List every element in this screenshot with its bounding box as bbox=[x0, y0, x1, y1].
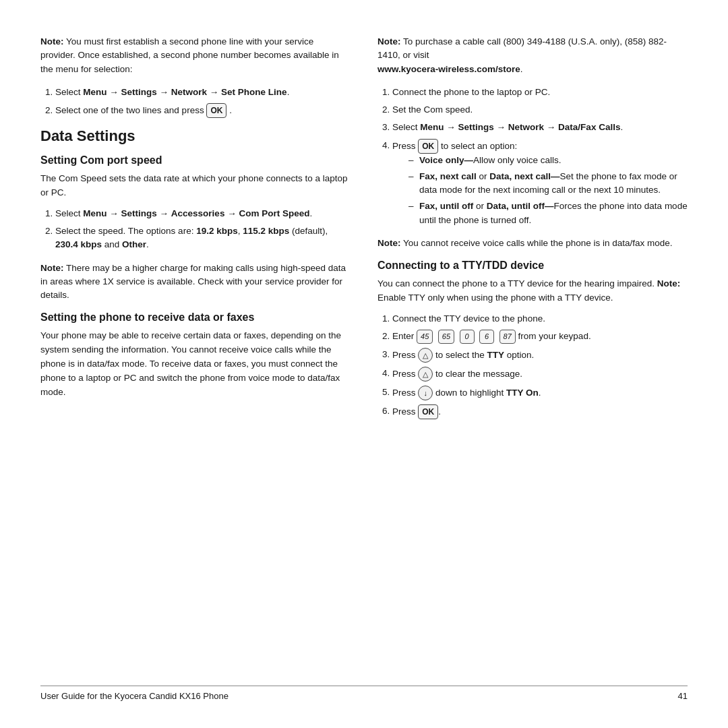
subsection-title-receive-data: Setting the phone to receive data or fax… bbox=[40, 311, 351, 324]
list-item: Connect the phone to the laptop or PC. bbox=[392, 86, 688, 99]
ok-button-icon: OK bbox=[206, 103, 226, 118]
clear-button-icon: △ bbox=[418, 367, 433, 382]
select-button-icon: △ bbox=[418, 348, 433, 363]
list-item: Set the Com speed. bbox=[392, 103, 688, 117]
down-button-icon: ↓ bbox=[418, 386, 433, 400]
list-item: Select the speed. The options are: 19.2 … bbox=[55, 224, 351, 252]
list-item: Press ↓ down to highlight TTY On. bbox=[392, 386, 688, 400]
right-note1-label: Note: bbox=[377, 36, 401, 47]
left-steps1: Select Menu → Settings → Network → Set P… bbox=[55, 86, 351, 118]
right-note1: Note: To purchase a cable call (800) 349… bbox=[377, 35, 688, 76]
right-note2-label: Note: bbox=[377, 238, 401, 248]
receive-data-body: Your phone may be able to receive certai… bbox=[40, 329, 351, 400]
list-item: Connect the TTY device to the phone. bbox=[392, 312, 688, 326]
right-column: Note: To purchase a cable call (800) 349… bbox=[377, 35, 688, 679]
list-item: Press OK to select an option: Voice only… bbox=[392, 139, 688, 227]
content-area: Note: You must first establish a second … bbox=[40, 35, 688, 679]
list-item: Voice only—Allow only voice calls. bbox=[408, 154, 688, 167]
keypad-key2: 65 bbox=[438, 330, 454, 344]
keypad-key1: 45 bbox=[417, 330, 433, 344]
section-title-data-settings: Data Settings bbox=[40, 127, 351, 145]
footer-right: 41 bbox=[678, 691, 688, 701]
left-column: Note: You must first establish a second … bbox=[40, 35, 351, 679]
keypad-key3: 0 bbox=[460, 330, 475, 344]
keypad-key5: 87 bbox=[499, 330, 516, 344]
left-note2-label: Note: bbox=[40, 263, 64, 273]
right-note2: Note: You cannot receive voice calls whi… bbox=[377, 237, 688, 250]
keypad-key4: 6 bbox=[479, 330, 494, 344]
list-item: Select one of the two lines and press OK… bbox=[55, 103, 351, 118]
list-item: Press △ to select the TTY option. bbox=[392, 348, 688, 363]
list-item: Fax, until off or Data, until off—Forces… bbox=[408, 200, 688, 227]
page: Note: You must first establish a second … bbox=[0, 0, 728, 728]
ok-button-icon3: OK bbox=[418, 404, 438, 419]
right-steps1: Connect the phone to the laptop or PC. S… bbox=[392, 86, 688, 227]
tty-body: You can connect the phone to a TTY devic… bbox=[377, 277, 688, 305]
right-note2-text: You cannot receive voice calls while the… bbox=[403, 238, 673, 248]
footer-left: User Guide for the Kyocera Candid KX16 P… bbox=[40, 691, 229, 701]
left-note1-label: Note: bbox=[40, 36, 64, 47]
left-note2: Note: There may be a higher charge for m… bbox=[40, 262, 351, 303]
left-note1-text: You must first establish a second phone … bbox=[40, 36, 339, 74]
list-item: Press △ to clear the message. bbox=[392, 367, 688, 382]
options-list: Voice only—Allow only voice calls. Fax, … bbox=[408, 154, 688, 227]
subsection-title-com-port: Setting Com port speed bbox=[40, 154, 351, 166]
footer: User Guide for the Kyocera Candid KX16 P… bbox=[40, 686, 688, 701]
right-note1-link: www.kyocera-wireless.com/store bbox=[377, 64, 520, 74]
left-steps2: Select Menu → Settings → Accessories → C… bbox=[55, 207, 351, 252]
right-note1-text: To purchase a cable call (800) 349-4188 … bbox=[377, 36, 667, 74]
subsection-title-tty: Connecting to a TTY/TDD device bbox=[377, 260, 688, 272]
list-item: Select Menu → Settings → Network → Set P… bbox=[55, 86, 351, 99]
left-note2-text: There may be a higher charge for making … bbox=[40, 263, 346, 301]
com-port-body: The Com Speed sets the data rate at whic… bbox=[40, 172, 351, 200]
list-item: Enter 45 65 0 6 87 from your keypad. bbox=[392, 330, 688, 344]
ok-button-icon2: OK bbox=[418, 139, 438, 154]
right-steps2: Connect the TTY device to the phone. Ent… bbox=[392, 312, 688, 419]
list-item: Press OK. bbox=[392, 404, 688, 419]
list-item: Select Menu → Settings → Accessories → C… bbox=[55, 207, 351, 220]
list-item: Select Menu → Settings → Network → Data/… bbox=[392, 121, 688, 134]
list-item: Fax, next call or Data, next call—Set th… bbox=[408, 170, 688, 198]
left-note1: Note: You must first establish a second … bbox=[40, 35, 351, 76]
